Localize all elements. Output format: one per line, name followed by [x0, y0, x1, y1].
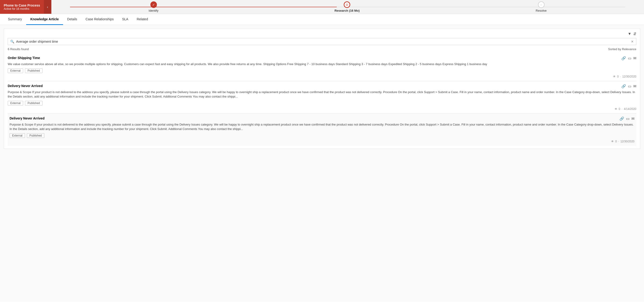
article-title: Order Shipping Time — [8, 56, 40, 60]
open-icon[interactable]: ▭ — [626, 116, 630, 121]
views-count: 0 — [619, 107, 620, 111]
open-icon[interactable]: ▭ — [628, 84, 632, 88]
clear-search-icon[interactable]: ✕ — [631, 40, 634, 43]
search-input[interactable] — [16, 40, 631, 43]
separator: · — [622, 107, 622, 111]
article-header: Delivery Never Arrived 🔗 ▭ ✉ — [10, 116, 634, 121]
article-item: Order Shipping Time 🔗 ▭ ✉ We value custo… — [8, 53, 636, 81]
tag-published: Published — [25, 101, 42, 105]
search-panel: ▼ ⇵ 🔍 ✕ 6 Results found Sorted by Releva… — [4, 29, 640, 149]
article-date: 4/14/2020 — [624, 107, 636, 111]
article-actions: 🔗 ▭ ✉ — [620, 116, 634, 121]
article-footer: 👁 0 · 12/30/2020 — [10, 140, 634, 143]
step-circle-identify: ✓ — [150, 1, 157, 8]
step-identify[interactable]: ✓ Identify — [149, 1, 158, 12]
step-circle-resolve: ○ — [538, 1, 544, 8]
article-footer: 👁 0 · 12/30/2020 — [8, 75, 636, 78]
process-subtitle: Active for 16 months — [4, 7, 40, 10]
tag-external: External — [8, 68, 23, 73]
tab-sla[interactable]: SLA — [118, 14, 132, 25]
tab-details[interactable]: Details — [63, 14, 82, 25]
sort-icon[interactable]: ⇵ — [633, 32, 636, 36]
tag-published: Published — [27, 133, 44, 138]
tab-bar: Summary Knowledge Article Details Case R… — [0, 14, 644, 25]
article-tags: External Published — [8, 101, 636, 105]
article-tags: External Published — [10, 133, 634, 138]
search-magnifier-icon: 🔍 — [10, 40, 14, 43]
results-count: 6 Results found — [8, 47, 29, 51]
step-label-resolve: Resolve — [536, 9, 547, 12]
tag-external: External — [10, 133, 25, 138]
article-footer: 👁 0 · 4/14/2020 — [8, 107, 636, 111]
process-title: Phone to Case Process Active for 16 mont… — [0, 0, 44, 14]
email-icon[interactable]: ✉ — [633, 84, 636, 88]
article-header: Order Shipping Time 🔗 ▭ ✉ — [8, 56, 636, 60]
views-count: 0 — [615, 140, 617, 143]
link-icon[interactable]: 🔗 — [620, 116, 624, 121]
process-name: Phone to Case Process — [4, 3, 40, 7]
sorted-by: Sorted by Relevance — [608, 47, 636, 51]
email-icon[interactable]: ✉ — [633, 56, 636, 60]
open-icon[interactable]: ▭ — [628, 56, 632, 60]
article-date: 12/30/2020 — [622, 75, 636, 78]
article-tags: External Published — [8, 68, 636, 73]
tab-case-relationships[interactable]: Case Relationships — [81, 14, 118, 25]
process-line-active — [70, 7, 337, 7]
tab-related[interactable]: Related — [132, 14, 152, 25]
results-header: 6 Results found Sorted by Relevance — [8, 47, 636, 51]
process-bar: Phone to Case Process Active for 16 mont… — [0, 0, 644, 14]
article-actions: 🔗 ▭ ✉ — [621, 84, 636, 88]
collapse-button[interactable]: ‹ — [44, 0, 51, 14]
link-icon[interactable]: 🔗 — [621, 56, 626, 60]
link-icon[interactable]: 🔗 — [621, 84, 626, 88]
article-body: Purpose & Scope If your product is not d… — [8, 90, 636, 99]
article-actions: 🔗 ▭ ✉ — [621, 56, 636, 60]
step-resolve[interactable]: ○ Resolve — [536, 1, 547, 12]
tab-summary[interactable]: Summary — [4, 14, 26, 25]
step-label-identify: Identify — [149, 9, 158, 12]
article-header: Delivery Never Arrived 🔗 ▭ ✉ — [8, 84, 636, 88]
step-research[interactable]: ⊙ Research (16 Mo) — [334, 1, 360, 12]
eye-icon: 👁 — [611, 140, 614, 143]
article-body: We value customer service above all else… — [8, 62, 636, 66]
tag-external: External — [8, 101, 23, 105]
tag-published: Published — [25, 68, 42, 73]
main-content: ▼ ⇵ 🔍 ✕ 6 Results found Sorted by Releva… — [0, 25, 644, 302]
separator: · — [618, 140, 619, 143]
eye-icon: 👁 — [614, 107, 618, 111]
article-body: Purpose & Scope If your product is not d… — [10, 122, 634, 131]
article-item: Delivery Never Arrived 🔗 ▭ ✉ Purpose & S… — [8, 81, 636, 114]
search-toolbar: ▼ ⇵ — [8, 32, 636, 36]
article-title: Delivery Never Arrived — [8, 84, 43, 88]
search-box: 🔍 ✕ — [8, 38, 636, 45]
views-count: 0 — [617, 75, 619, 78]
article-title: Delivery Never Arrived — [10, 116, 44, 120]
article-date: 12/30/2020 — [620, 140, 634, 143]
filter-icon[interactable]: ▼ — [628, 32, 632, 36]
article-item: Delivery Never Arrived 🔗 ▭ ✉ Purpose & S… — [8, 114, 636, 146]
email-icon[interactable]: ✉ — [632, 116, 634, 121]
separator: · — [620, 75, 621, 78]
step-label-research: Research (16 Mo) — [334, 9, 360, 12]
step-circle-research: ⊙ — [344, 1, 350, 8]
process-steps: ✓ Identify ⊙ Research (16 Mo) ○ Resolve — [51, 1, 644, 12]
tab-knowledge-article[interactable]: Knowledge Article — [26, 14, 63, 25]
eye-icon: 👁 — [613, 75, 616, 78]
